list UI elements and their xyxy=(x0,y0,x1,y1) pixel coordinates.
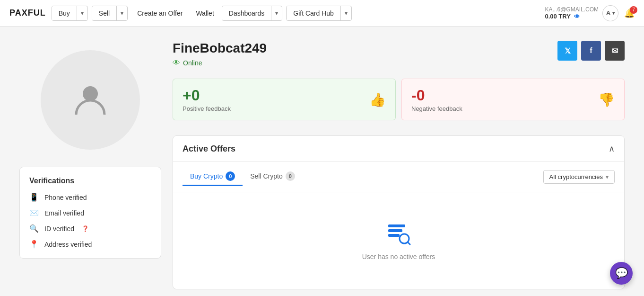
hide-balance-icon[interactable]: 👁 xyxy=(574,13,580,20)
svg-line-5 xyxy=(408,242,410,244)
wallet-link[interactable]: Wallet xyxy=(190,6,219,20)
phone-verified-icon: 📱 xyxy=(29,193,39,202)
phone-verified-item: 📱 Phone verified xyxy=(29,193,151,202)
feedback-row: +0 Positive feedback 👍 -0 Negative feedb… xyxy=(173,79,625,120)
gift-card-hub-group: Gift Card Hub ▾ xyxy=(286,6,352,21)
facebook-icon: f xyxy=(590,46,592,55)
profile-username: FineBobcat249 xyxy=(173,41,267,56)
offers-title: Active Offers xyxy=(183,144,235,154)
offers-header: Active Offers ∧ xyxy=(173,136,624,162)
status-label: Online xyxy=(183,59,202,67)
buy-button[interactable]: Buy xyxy=(52,6,77,20)
dashboards-caret[interactable]: ▾ xyxy=(271,7,282,20)
buy-caret[interactable]: ▾ xyxy=(77,7,87,20)
buy-group: Buy ▾ xyxy=(52,6,88,21)
left-panel: Verifications 📱 Phone verified ✉️ Email … xyxy=(19,41,161,289)
verifications-title: Verifications xyxy=(29,177,151,185)
right-panel: FineBobcat249 👁 Online 𝕏 f ✉ xyxy=(173,41,625,289)
tabs-left: Buy Crypto 0 Sell Crypto 0 xyxy=(183,168,303,186)
sell-caret[interactable]: ▾ xyxy=(117,7,127,20)
svg-point-0 xyxy=(83,86,98,101)
notification-bell[interactable]: 🔔 7 xyxy=(624,8,635,18)
email-verified-item: ✉️ Email verified xyxy=(29,208,151,217)
sell-crypto-tab-label: Sell Crypto xyxy=(250,172,282,180)
crypto-select-label: All cryptocurrencies xyxy=(549,173,603,180)
active-offers-card: Active Offers ∧ Buy Crypto 0 Sell Crypto… xyxy=(173,135,625,289)
buy-crypto-tab-badge: 0 xyxy=(226,171,235,181)
svg-rect-3 xyxy=(388,234,400,237)
id-verified-label: ID verified xyxy=(44,225,74,233)
thumbs-up-icon: 👍 xyxy=(369,92,386,108)
address-verified-label: Address verified xyxy=(44,241,92,248)
svg-rect-2 xyxy=(388,229,402,232)
sell-group: Sell ▾ xyxy=(92,6,128,21)
sell-crypto-tab-badge: 0 xyxy=(286,171,295,181)
online-dot-icon: 👁 xyxy=(173,59,180,67)
offers-tabs: Buy Crypto 0 Sell Crypto 0 All cryptocur… xyxy=(173,162,624,192)
user-avatar-icon xyxy=(71,81,109,120)
social-buttons: 𝕏 f ✉ xyxy=(557,41,625,61)
create-offer-link[interactable]: Create an Offer xyxy=(131,6,188,20)
thumbs-down-icon: 👎 xyxy=(598,92,615,108)
notification-badge: 7 xyxy=(630,6,637,14)
email-share-icon: ✉ xyxy=(612,46,618,55)
navbar: PAXFUL Buy ▾ Sell ▾ Create an Offer Wall… xyxy=(0,0,644,27)
positive-feedback-info: +0 Positive feedback xyxy=(183,87,231,112)
id-verified-item: 🔍 ID verified ❓ xyxy=(29,224,151,233)
twitter-share-button[interactable]: 𝕏 xyxy=(557,41,577,61)
gift-card-hub-button[interactable]: Gift Card Hub xyxy=(287,6,340,20)
user-info: KA...6@GMAIL.COM 0.00 TRY 👁 xyxy=(545,6,599,20)
user-email: KA...6@GMAIL.COM xyxy=(545,6,599,13)
dashboards-button[interactable]: Dashboards xyxy=(222,6,271,20)
paxful-logo: PAXFUL xyxy=(9,8,46,18)
verifications-card: Verifications 📱 Phone verified ✉️ Email … xyxy=(19,167,161,259)
email-share-button[interactable]: ✉ xyxy=(605,41,625,61)
sell-crypto-tab[interactable]: Sell Crypto 0 xyxy=(243,168,302,186)
negative-feedback-label: Negative feedback xyxy=(411,105,462,112)
nav-right: KA...6@GMAIL.COM 0.00 TRY 👁 A ▾ 🔔 7 xyxy=(545,5,635,21)
empty-state-message: User has no active offers xyxy=(362,253,435,260)
sell-button[interactable]: Sell xyxy=(92,6,116,20)
negative-feedback-info: -0 Negative feedback xyxy=(411,87,462,112)
svg-rect-1 xyxy=(388,224,405,227)
address-verified-icon: 📍 xyxy=(29,240,39,249)
email-verified-icon: ✉️ xyxy=(29,208,39,217)
empty-state-icon xyxy=(386,221,411,245)
crypto-select-caret-icon: ▾ xyxy=(606,174,609,180)
positive-feedback-label: Positive feedback xyxy=(183,105,231,112)
chat-icon: 💬 xyxy=(615,267,628,279)
phone-verified-label: Phone verified xyxy=(44,194,87,201)
avatar-circle xyxy=(41,50,140,150)
buy-crypto-tab[interactable]: Buy Crypto 0 xyxy=(183,168,243,186)
email-verified-label: Email verified xyxy=(44,209,84,217)
profile-info: FineBobcat249 👁 Online xyxy=(173,41,267,67)
online-status: 👁 Online xyxy=(173,59,267,67)
dashboards-group: Dashboards ▾ xyxy=(222,6,283,21)
id-help-icon[interactable]: ❓ xyxy=(82,225,89,232)
avatar-caret-icon: ▾ xyxy=(612,10,615,16)
offers-collapse-button[interactable]: ∧ xyxy=(609,144,615,154)
offers-empty-state: User has no active offers xyxy=(173,192,624,289)
user-balance: 0.00 TRY 👁 xyxy=(545,13,599,20)
avatar-button[interactable]: A ▾ xyxy=(602,5,618,21)
avatar-container xyxy=(19,41,161,159)
twitter-icon: 𝕏 xyxy=(565,46,571,55)
buy-crypto-tab-label: Buy Crypto xyxy=(190,172,223,180)
negative-feedback-card: -0 Negative feedback 👎 xyxy=(401,79,625,120)
gift-card-hub-caret[interactable]: ▾ xyxy=(341,7,351,20)
facebook-share-button[interactable]: f xyxy=(581,41,601,61)
profile-header: FineBobcat249 👁 Online 𝕏 f ✉ xyxy=(173,41,625,67)
positive-feedback-value: +0 xyxy=(183,87,231,104)
id-verified-icon: 🔍 xyxy=(29,224,39,233)
main-container: Verifications 📱 Phone verified ✉️ Email … xyxy=(10,27,634,296)
positive-feedback-card: +0 Positive feedback 👍 xyxy=(173,79,396,120)
address-verified-item: 📍 Address verified xyxy=(29,240,151,249)
crypto-select-dropdown[interactable]: All cryptocurrencies ▾ xyxy=(543,170,615,184)
chat-bubble-button[interactable]: 💬 xyxy=(610,262,633,285)
negative-feedback-value: -0 xyxy=(411,87,462,104)
